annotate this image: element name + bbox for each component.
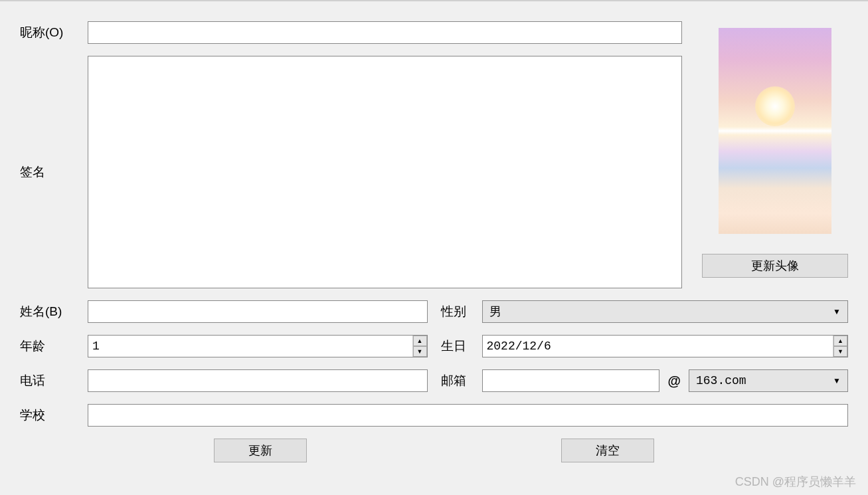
school-input[interactable] xyxy=(88,404,848,427)
email-user-input[interactable] xyxy=(482,369,660,392)
update-avatar-button[interactable]: 更新头像 xyxy=(702,254,848,278)
school-label: 学校 xyxy=(20,407,80,424)
age-input[interactable] xyxy=(88,336,412,357)
name-input[interactable] xyxy=(88,300,428,323)
avatar-image xyxy=(719,28,831,234)
watermark-text: CSDN @程序员懒羊羊 xyxy=(735,474,856,490)
birthday-down-icon[interactable]: ▼ xyxy=(833,346,847,357)
birthday-input[interactable] xyxy=(483,336,833,357)
update-button[interactable]: 更新 xyxy=(214,439,307,462)
gender-selected: 男 xyxy=(489,304,501,320)
birthday-label: 生日 xyxy=(441,338,474,355)
name-label: 姓名(B) xyxy=(20,303,80,320)
signature-label: 签名 xyxy=(20,163,80,181)
phone-input[interactable] xyxy=(88,369,428,392)
age-down-icon[interactable]: ▼ xyxy=(413,346,427,357)
age-spinner[interactable]: ▲ ▼ xyxy=(88,335,428,357)
birthday-spinner[interactable]: ▲ ▼ xyxy=(482,335,849,357)
gender-combobox[interactable]: 男 ▼ xyxy=(482,300,849,323)
age-up-icon[interactable]: ▲ xyxy=(413,336,427,346)
email-domain-combobox[interactable]: 163.com ▼ xyxy=(689,369,848,392)
email-label: 邮箱 xyxy=(441,372,474,389)
birthday-up-icon[interactable]: ▲ xyxy=(833,336,847,346)
email-domain-selected: 163.com xyxy=(696,374,746,387)
signature-textarea[interactable] xyxy=(88,56,682,288)
chevron-down-icon: ▼ xyxy=(833,376,841,385)
gender-label: 性别 xyxy=(441,303,474,320)
nickname-input[interactable] xyxy=(88,21,682,44)
nickname-label: 昵称(O) xyxy=(20,24,80,41)
clear-button[interactable]: 清空 xyxy=(561,439,654,462)
age-label: 年龄 xyxy=(20,338,80,355)
chevron-down-icon: ▼ xyxy=(833,307,841,316)
email-at-symbol: @ xyxy=(667,373,681,389)
phone-label: 电话 xyxy=(20,372,80,389)
